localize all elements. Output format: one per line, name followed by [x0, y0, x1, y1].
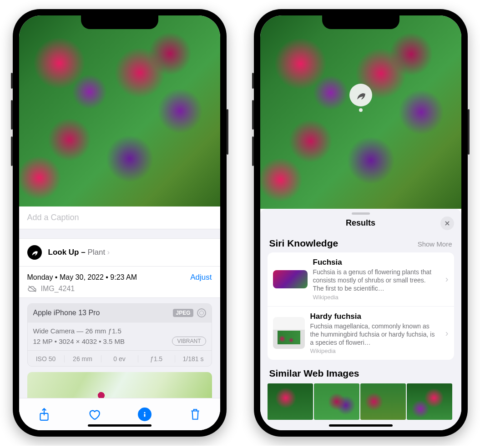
- close-button[interactable]: [440, 216, 454, 230]
- spec-aperture: ƒ1.5: [138, 355, 175, 362]
- result-description: Fuchsia is a genus of flowering plants t…: [313, 268, 438, 293]
- mute-switch: [252, 73, 254, 89]
- screen-right: Results Siri Knowledge Show More Fuchsia…: [260, 15, 461, 430]
- result-source: Wikipedia: [310, 347, 438, 354]
- photo-preview[interactable]: [19, 15, 220, 206]
- spec-focal: 26 mm: [65, 355, 101, 362]
- results-title: Results: [346, 218, 375, 228]
- web-images-row[interactable]: [260, 383, 461, 420]
- chevron-right-icon: ›: [444, 274, 450, 284]
- home-indicator[interactable]: [329, 424, 393, 427]
- similar-web-images-heading: Similar Web Images: [269, 368, 359, 379]
- photo-preview[interactable]: [260, 15, 461, 209]
- cloud-slash-icon: [27, 285, 37, 293]
- mute-switch: [11, 73, 13, 89]
- lookup-row[interactable]: Look Up – Plant ›: [19, 238, 220, 267]
- show-more-button[interactable]: Show More: [418, 240, 452, 248]
- chevron-right-icon: ›: [444, 328, 450, 338]
- delete-button[interactable]: [189, 408, 202, 421]
- power-button: [468, 109, 470, 155]
- result-title: Hardy fuchsia: [310, 312, 438, 321]
- phone-right: Results Siri Knowledge Show More Fuchsia…: [254, 9, 468, 437]
- phone-left: Add a Caption Look Up – Plant › Monday •…: [13, 9, 227, 437]
- web-image-thumb[interactable]: [314, 383, 359, 420]
- results-panel: Results Siri Knowledge Show More Fuchsia…: [260, 209, 461, 430]
- svg-rect-3: [144, 414, 145, 417]
- photo-date: Monday • May 30, 2022 • 9:23 AM: [27, 273, 137, 282]
- web-image-thumb[interactable]: [268, 383, 313, 420]
- result-source: Wikipedia: [313, 294, 438, 301]
- location-map[interactable]: [27, 372, 212, 398]
- home-indicator[interactable]: [88, 424, 152, 427]
- fuchsia-photo: [19, 15, 220, 206]
- power-button: [227, 109, 228, 155]
- web-image-thumb[interactable]: [360, 383, 406, 420]
- camera-card: Apple iPhone 13 Pro JPEG Wide Camera — 2…: [27, 303, 212, 367]
- lens-line: Wide Camera — 26 mm ƒ1.5: [33, 327, 206, 335]
- favorite-button[interactable]: [88, 408, 101, 421]
- siri-knowledge-card: Fuchsia Fuchsia is a genus of flowering …: [268, 252, 454, 360]
- screen-left: Add a Caption Look Up – Plant › Monday •…: [19, 15, 220, 430]
- siri-knowledge-heading: Siri Knowledge: [269, 238, 339, 249]
- sensor-line: 12 MP • 3024 × 4032 • 3.5 MB: [33, 337, 125, 345]
- info-button[interactable]: [138, 408, 152, 421]
- filename: IMG_4241: [41, 285, 75, 293]
- volume-up: [11, 100, 13, 130]
- lookup-label: Look Up –: [48, 248, 88, 257]
- result-thumbnail: [273, 270, 308, 288]
- spec-iso: ISO 50: [28, 355, 65, 362]
- volume-down: [252, 136, 254, 166]
- caption-input[interactable]: Add a Caption: [19, 206, 220, 229]
- lookup-subject: Plant: [87, 248, 105, 257]
- lens-info-icon: [197, 308, 206, 317]
- sheet-grabber[interactable]: [352, 212, 370, 215]
- result-title: Fuchsia: [313, 258, 438, 267]
- format-badge: JPEG: [173, 309, 193, 317]
- effect-badge: VIBRANT: [172, 337, 206, 346]
- camera-device: Apple iPhone 13 Pro: [33, 309, 100, 317]
- photo-info-panel: Add a Caption Look Up – Plant › Monday •…: [19, 206, 220, 430]
- result-row[interactable]: Hardy fuchsia Fuchsia magellanica, commo…: [268, 306, 454, 360]
- visual-lookup-badge[interactable]: [349, 84, 372, 106]
- metadata-block: Monday • May 30, 2022 • 9:23 AM Adjust I…: [19, 267, 220, 298]
- volume-up: [252, 100, 254, 130]
- fuchsia-photo: [260, 15, 461, 209]
- volume-down: [11, 136, 13, 166]
- spec-ev: 0 ev: [101, 355, 138, 362]
- chevron-right-icon: ›: [107, 248, 110, 257]
- spec-shutter: 1/181 s: [175, 355, 212, 362]
- result-description: Fuchsia magellanica, commonly known as t…: [310, 322, 438, 347]
- share-button[interactable]: [38, 408, 51, 421]
- result-thumbnail: [273, 317, 305, 349]
- camera-specs-row: ISO 50 26 mm 0 ev ƒ1.5 1/181 s: [28, 350, 212, 367]
- result-row[interactable]: Fuchsia Fuchsia is a genus of flowering …: [268, 252, 454, 306]
- leaf-icon: [27, 245, 42, 260]
- adjust-button[interactable]: Adjust: [190, 273, 212, 282]
- svg-point-2: [144, 412, 145, 413]
- web-image-thumb[interactable]: [407, 383, 452, 420]
